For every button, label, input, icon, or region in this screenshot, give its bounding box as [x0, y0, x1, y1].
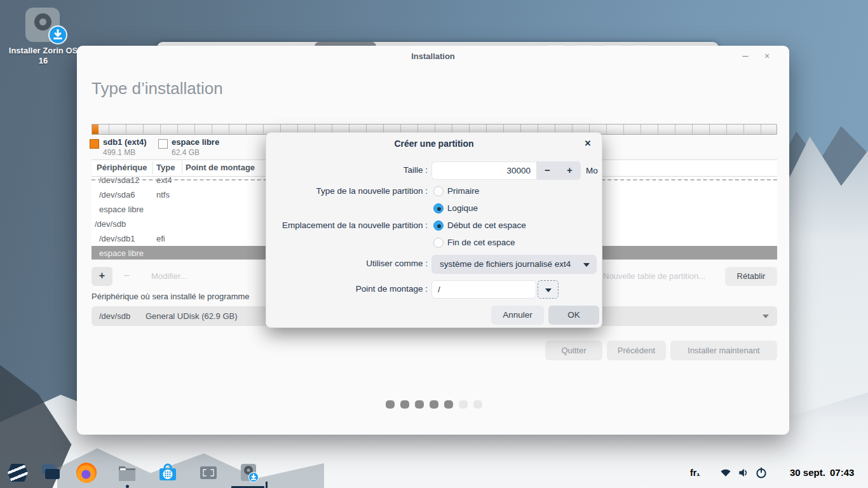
- legend-name: espace libre: [172, 137, 219, 147]
- mount-point-value: /: [438, 281, 440, 298]
- taskbar-date[interactable]: 30 sept.: [790, 458, 825, 488]
- size-unit-label: Mo: [586, 161, 598, 180]
- dropdown-arrow-icon: [583, 263, 590, 267]
- legend-size: 499.1 MB: [103, 148, 135, 157]
- location-label: Emplacement de la nouvelle partition :: [266, 220, 428, 230]
- header-separator: [182, 161, 182, 174]
- header-type[interactable]: Type: [156, 163, 175, 172]
- remove-partition-button[interactable]: −: [116, 267, 137, 286]
- installer-drive-icon: [25, 8, 61, 42]
- header-separator: [153, 161, 153, 174]
- progress-dot-empty: [459, 400, 468, 409]
- progress-dot-filled: [430, 400, 438, 409]
- use-as-label: Utiliser comme :: [266, 259, 428, 268]
- window-switcher-icon[interactable]: [41, 463, 61, 483]
- cell-device: espace libre: [99, 205, 144, 214]
- zorin-menu-icon[interactable]: [8, 463, 28, 483]
- add-partition-button[interactable]: +: [92, 267, 112, 286]
- radio-logical[interactable]: [433, 203, 444, 214]
- spinner-plus-button[interactable]: +: [559, 161, 581, 180]
- dropdown-arrow-icon: [545, 288, 552, 292]
- cell-type: ext4: [156, 177, 172, 185]
- cancel-button[interactable]: Annuler: [491, 306, 544, 325]
- radio-primary[interactable]: [433, 186, 444, 196]
- download-badge-icon: [48, 25, 67, 44]
- boot-device-label: Périphérique où sera installé le program…: [92, 292, 266, 302]
- files-icon[interactable]: [117, 463, 137, 483]
- window-title: Installation: [77, 51, 789, 61]
- install-now-button[interactable]: Installer maintenant: [670, 341, 777, 360]
- create-partition-dialog: Créer une partition ✕ Taille : 30000 − +…: [266, 132, 602, 328]
- active-app-indicator-tick: [266, 482, 268, 488]
- cell-device: /dev/sda6: [99, 190, 135, 200]
- cell-type: efi: [156, 234, 165, 243]
- installer-icon[interactable]: [239, 463, 259, 483]
- size-spinner: − +: [536, 161, 581, 180]
- firefox-icon[interactable]: [76, 463, 97, 483]
- edit-partition-button[interactable]: Modifier...: [141, 267, 197, 286]
- radio-logical-label[interactable]: Logique: [447, 203, 478, 213]
- close-button[interactable]: ×: [760, 50, 774, 64]
- use-as-select[interactable]: système de fichiers journalisé ext4: [431, 255, 597, 274]
- size-value: 30000: [506, 162, 531, 179]
- size-input[interactable]: 30000: [431, 161, 536, 180]
- drive-spindle: [34, 13, 51, 30]
- dropdown-arrow-icon: [763, 315, 769, 318]
- legend-swatch-sdb1: [90, 139, 99, 149]
- progress-dots: [386, 400, 482, 409]
- ok-button[interactable]: OK: [548, 306, 599, 325]
- label-line2: 16: [5, 56, 81, 66]
- power-icon[interactable]: [755, 466, 768, 479]
- mount-point-label: Point de montage :: [266, 284, 428, 294]
- progress-dot-filled: [386, 400, 395, 409]
- keyboard-layout-indicator[interactable]: fr₁: [690, 458, 700, 488]
- partition-segment-sdb1: [92, 125, 98, 134]
- radio-end-label[interactable]: Fin de cet espace: [447, 238, 515, 247]
- legend-size: 62.4 GB: [172, 148, 200, 157]
- legend-swatch-free-space: [158, 139, 168, 149]
- desktop-icon-installer[interactable]: Installer Zorin OS 16: [5, 8, 81, 66]
- minimize-button[interactable]: –: [738, 50, 752, 64]
- progress-dot-filled: [400, 400, 409, 409]
- cell-device: /dev/sdb1: [99, 234, 135, 243]
- desktop-icon-label: Installer Zorin OS 16: [5, 46, 81, 66]
- back-button[interactable]: Précédent: [607, 341, 666, 360]
- mount-point-dropdown-button[interactable]: [538, 280, 559, 299]
- cell-device: /dev/sdb: [95, 219, 126, 229]
- mount-point-input[interactable]: /: [431, 280, 536, 299]
- spinner-minus-button[interactable]: −: [536, 161, 559, 180]
- label-line1: Installer Zorin OS: [5, 46, 81, 56]
- cell-device: /dev/sda12: [99, 177, 140, 185]
- boot-device-description: General UDisk (62.9 GB): [146, 311, 238, 321]
- dialog-title: Créer une partition: [266, 139, 602, 149]
- legend-name: sdb1 (ext4): [103, 137, 147, 147]
- revert-button[interactable]: Rétablir: [725, 267, 777, 286]
- progress-dot-filled: [444, 400, 453, 409]
- cell-type: ntfs: [156, 190, 170, 200]
- page-title: Type d’installation: [92, 79, 223, 98]
- running-indicator-dot: [126, 485, 129, 488]
- wifi-icon[interactable]: [719, 466, 733, 479]
- radio-primary-label[interactable]: Primaire: [447, 186, 479, 196]
- size-label: Taille :: [266, 165, 428, 175]
- volume-icon[interactable]: [736, 466, 750, 479]
- use-as-value: système de fichiers journalisé ext4: [440, 255, 571, 274]
- taskbar-time[interactable]: 07:43: [830, 458, 854, 488]
- taskbar: fr₁ 30 sept. 07:43: [0, 458, 868, 488]
- header-device[interactable]: Périphérique: [97, 163, 147, 172]
- partition-type-label: Type de la nouvelle partition :: [266, 186, 428, 196]
- dialog-close-icon[interactable]: ✕: [581, 137, 594, 150]
- header-mount-point[interactable]: Point de montage: [186, 163, 255, 172]
- software-store-icon[interactable]: [158, 463, 178, 483]
- radio-end[interactable]: [433, 238, 444, 248]
- quit-button[interactable]: Quitter: [545, 341, 602, 360]
- titlebar[interactable]: Installation – ×: [77, 46, 789, 67]
- progress-dot-filled: [415, 400, 424, 409]
- new-partition-table-button[interactable]: Nouvelle table de partition...: [603, 267, 705, 286]
- boot-device-value: /dev/sdb: [99, 311, 130, 321]
- progress-dot-empty: [473, 400, 482, 409]
- cell-device: espace libre: [99, 248, 144, 258]
- screenshot-tool-icon[interactable]: [198, 463, 219, 483]
- radio-beginning-label[interactable]: Début de cet espace: [447, 220, 526, 230]
- radio-beginning[interactable]: [433, 220, 444, 231]
